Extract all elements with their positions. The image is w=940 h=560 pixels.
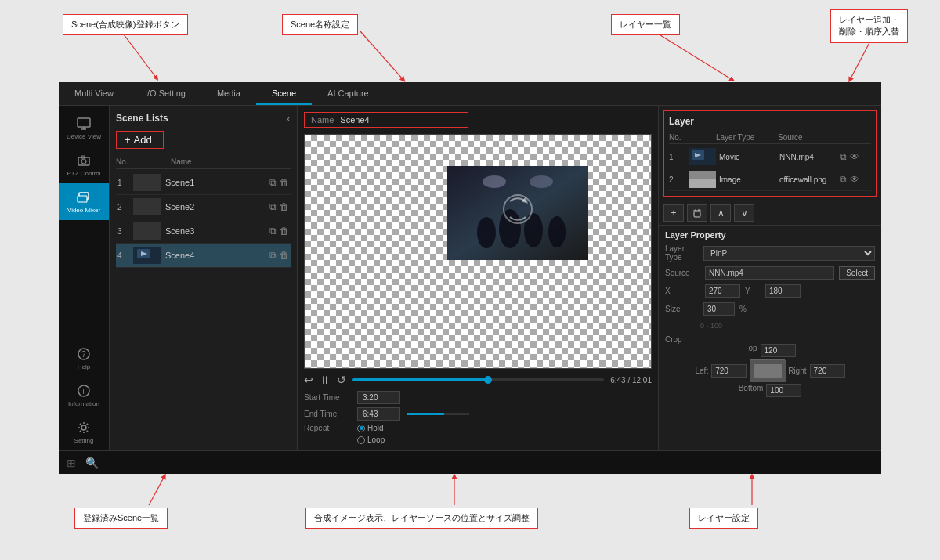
ann-scene-register: Scene(合成映像)登録ボタン (63, 14, 188, 35)
scene-row-2[interactable]: 2 Scene2 ⧉ 🗑 (116, 195, 291, 219)
hold-radio[interactable]: Hold (357, 424, 384, 432)
sidebar-item-info[interactable]: i Information (68, 377, 99, 414)
delete-scene-1-btn[interactable]: 🗑 (280, 177, 289, 188)
svg-line-0 (121, 31, 157, 78)
delete-scene-3-btn[interactable]: 🗑 (280, 226, 289, 237)
start-time-input[interactable] (357, 391, 400, 404)
video-thumbnail (447, 166, 588, 260)
add-scene-button[interactable]: + Add (116, 131, 164, 149)
monitor-icon (76, 116, 92, 132)
sidebar-item-device-view[interactable]: Device View (59, 110, 109, 146)
tab-io-setting[interactable]: I/O Setting (129, 82, 201, 105)
crop-left-input[interactable] (711, 364, 747, 378)
playback-bar: ↩ ⏸ ↺ 6:43 / 12:01 (304, 374, 652, 444)
layer-delete-btn[interactable] (687, 204, 707, 222)
layer-x-input[interactable] (705, 284, 740, 298)
end-time-slider[interactable] (407, 413, 469, 415)
end-time-input[interactable] (357, 407, 400, 421)
scene-thumb-3 (133, 222, 161, 240)
tab-ai-capture[interactable]: AI Capture (312, 82, 385, 105)
forward-btn[interactable]: ↺ (337, 374, 346, 386)
svg-line-2 (654, 31, 732, 80)
sidebar-item-ptz[interactable]: PTZ Control (59, 146, 109, 183)
layer-property-panel: Layer Property Layer Type PinP Source Se… (659, 226, 881, 450)
layer-source-input[interactable] (705, 266, 834, 280)
tab-multiview[interactable]: Multi View (59, 82, 129, 105)
right-panel: Layer No. Layer Type Source 1 (658, 106, 881, 450)
scene-row-3[interactable]: 3 Scene3 ⧉ 🗑 (116, 219, 291, 244)
svg-point-28 (548, 216, 566, 247)
scene-row-1-actions: ⧉ 🗑 (269, 177, 289, 188)
crop-bottom-input[interactable] (766, 384, 801, 397)
video-inner (447, 166, 588, 260)
scene-lists-header: Scene Lists ‹ (116, 112, 291, 125)
time-display: 6:43 / 12:01 (610, 376, 652, 385)
crop-right-input[interactable] (810, 364, 845, 378)
loop-row: Loop (304, 435, 652, 444)
svg-text:?: ? (81, 350, 86, 359)
rewind-btn[interactable]: ↩ (304, 374, 313, 386)
gear-icon (76, 420, 92, 435)
scene-row-4[interactable]: 4 Scene4 ⧉ 🗑 (116, 244, 291, 268)
copy-scene-4-btn[interactable]: ⧉ (269, 250, 277, 261)
svg-rect-14 (78, 196, 87, 202)
scene-thumb-1 (133, 174, 161, 191)
scene-name-input[interactable] (340, 115, 461, 125)
layer-copy-2-btn[interactable]: ⧉ (840, 174, 847, 185)
layer-row-2[interactable]: 2 Image officewall.png ⧉ 👁 (669, 168, 871, 191)
progress-thumb (484, 376, 492, 384)
copy-scene-2-btn[interactable]: ⧉ (269, 201, 277, 212)
delete-scene-2-btn[interactable]: 🗑 (280, 201, 289, 212)
svg-rect-36 (689, 179, 716, 188)
layer-down-btn[interactable]: ∨ (734, 204, 754, 222)
preview-panel: Name (298, 106, 658, 450)
windows-icon[interactable]: ⊞ (67, 457, 76, 469)
tab-media[interactable]: Media (201, 82, 256, 105)
layer-type-row: Layer Type PinP (665, 244, 875, 262)
scene-row-3-actions: ⧉ 🗑 (269, 226, 289, 237)
layer-size-input[interactable] (703, 302, 735, 316)
layer-up-btn[interactable]: ∧ (710, 204, 731, 222)
preview-area[interactable] (304, 134, 652, 369)
scene-thumb-4 (133, 247, 161, 264)
playback-controls: ↩ ⏸ ↺ 6:43 / 12:01 (304, 374, 652, 386)
svg-point-19 (81, 425, 86, 430)
layer-y-input[interactable] (765, 284, 801, 298)
search-icon[interactable]: 🔍 (85, 457, 99, 469)
bottom-bar: ⊞ 🔍 (59, 450, 881, 474)
progress-bar[interactable] (352, 378, 604, 381)
sidebar-item-help[interactable]: ? Help (68, 340, 99, 377)
pause-btn[interactable]: ⏸ (320, 374, 331, 386)
svg-point-11 (81, 159, 86, 164)
copy-scene-3-btn[interactable]: ⧉ (269, 226, 277, 237)
layer-eye-2-btn[interactable]: 👁 (850, 174, 859, 185)
top-nav: Multi View I/O Setting Media Scene AI Ca… (59, 82, 881, 106)
layer-list-panel: Layer No. Layer Type Source 1 (663, 110, 877, 197)
layer-copy-1-btn[interactable]: ⧉ (840, 151, 847, 162)
app-body: Device View PTZ Control Video Mixer (59, 106, 881, 450)
layer-row-1[interactable]: 1 Movie NNN.mp4 ⧉ 👁 (669, 146, 871, 168)
crop-top-input[interactable] (761, 344, 796, 357)
tab-scene[interactable]: Scene (256, 82, 312, 105)
ann-layer-setting: レイヤー設定 (689, 508, 758, 529)
scene-lists-panel: Scene Lists ‹ + Add No. Name 1 Scene1 (110, 106, 298, 450)
scene-row-1[interactable]: 1 Scene1 ⧉ 🗑 (116, 171, 291, 195)
svg-rect-42 (754, 364, 782, 378)
delete-scene-4-btn[interactable]: 🗑 (280, 250, 289, 261)
layer2-thumb-svg (689, 171, 716, 188)
copy-scene-1-btn[interactable]: ⧉ (269, 177, 277, 188)
sidebar-item-video-mixer[interactable]: Video Mixer (59, 183, 109, 220)
loop-radio[interactable]: Loop (357, 435, 385, 444)
layer-select-btn[interactable]: Select (839, 266, 875, 280)
end-time-row: End Time (304, 407, 652, 421)
layer-add-btn[interactable]: + (663, 204, 684, 222)
sidebar-bottom-section: ? Help i Information (68, 340, 99, 450)
sidebar-item-setting[interactable]: Setting (68, 414, 99, 450)
layer-thumb-2 (689, 171, 716, 188)
scene-name-bar: Name (304, 112, 468, 128)
start-time-row: Start Time (304, 391, 652, 404)
collapse-btn[interactable]: ‹ (287, 112, 291, 125)
layer-type-select[interactable]: PinP (703, 246, 875, 261)
ann-layer-add: レイヤー追加・ 削除・順序入替 (830, 9, 908, 43)
layer-eye-1-btn[interactable]: 👁 (850, 151, 859, 162)
